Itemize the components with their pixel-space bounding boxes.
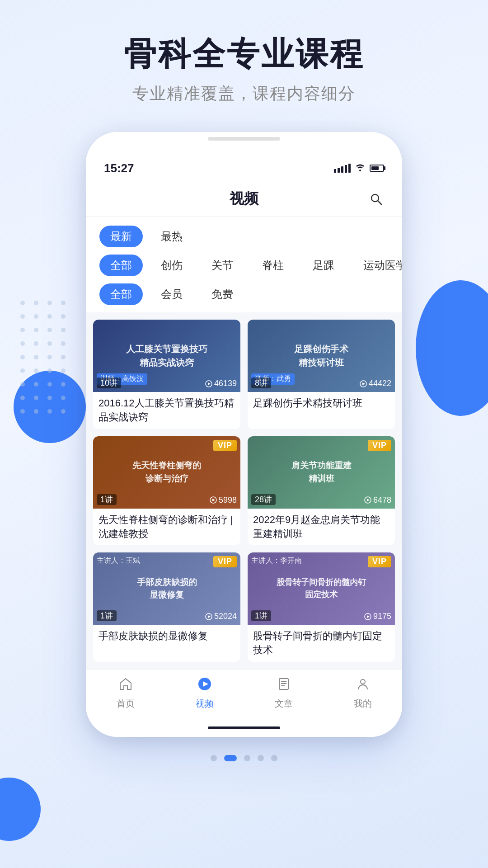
video-info-3: 先天性脊柱侧弯的诊断和治疗 | 沈建雄教授 <box>93 509 240 546</box>
video-info-1: 2016.12人工膝关节置换技巧精品实战诀窍 <box>93 392 240 429</box>
video-info-5: 手部皮肤缺损的显微修复 <box>93 625 240 648</box>
svg-marker-41 <box>362 382 365 385</box>
video-card-5[interactable]: 手部皮肤缺损的显微修复 VIP 1讲 52024 主讲人：王斌 手部皮肤缺损的显… <box>93 552 240 662</box>
filter-chip-trauma[interactable]: 创伤 <box>150 255 193 276</box>
video-thumb-6: 股骨转子间骨折的髓内钉固定技术 VIP 1讲 9175 主讲人：李开南 <box>248 552 395 625</box>
phone-frame: 15:27 视频 <box>86 132 402 737</box>
page-subtitle: 专业精准覆盖，课程内容细分 <box>0 83 488 105</box>
svg-marker-39 <box>208 382 211 385</box>
video-title-2: 足踝创伤手术精技研讨班 <box>253 396 389 410</box>
battery-icon <box>370 165 384 172</box>
pagination-dot-3[interactable] <box>258 755 264 761</box>
nav-label-article: 文章 <box>275 698 293 710</box>
nav-label-video: 视频 <box>196 698 214 710</box>
view-count-1: 46139 <box>205 379 237 388</box>
filter-chip-spine[interactable]: 脊柱 <box>251 255 295 276</box>
video-thumb-4: 肩关节功能重建精训班 VIP 28讲 6478 <box>248 436 395 509</box>
view-count-4: 6478 <box>364 495 391 505</box>
filter-section: 最新 最热 全部 创伤 关节 脊柱 足踝 运动医学 全部 会员 免费 <box>86 217 402 312</box>
video-card-1[interactable]: 人工膝关节置换技巧精品实战诀窍 训师：高铁汉 10讲 46139 2016.12… <box>93 320 240 429</box>
vip-badge-6: VIP <box>368 556 391 567</box>
video-thumb-2: 足踝创伤手术精技研讨班 训师：武勇 8讲 44422 <box>248 320 395 392</box>
pagination-dot-2[interactable] <box>244 755 250 761</box>
lecture-count-3: 1讲 <box>97 494 117 505</box>
svg-marker-47 <box>208 615 211 618</box>
app-header-title: 视频 <box>230 189 258 209</box>
phone-bottom-indicator <box>86 719 402 737</box>
video-icon <box>197 677 212 695</box>
view-count-5: 52024 <box>205 612 237 621</box>
video-info-4: 2022年9月赵金忠肩关节功能重建精训班 <box>248 509 395 546</box>
video-title-3: 先天性脊柱侧弯的诊断和治疗 | 沈建雄教授 <box>99 513 235 541</box>
pagination-dot-0[interactable] <box>211 755 217 761</box>
lecture-count-6: 1讲 <box>251 610 271 621</box>
video-card-2[interactable]: 足踝创伤手术精技研讨班 训师：武勇 8讲 44422 足踝创伤手术精技研讨班 <box>248 320 395 429</box>
home-indicator-bar <box>208 726 280 729</box>
status-icons <box>334 162 384 174</box>
view-count-2: 44422 <box>360 379 391 388</box>
filter-row-type: 全部 会员 免费 <box>99 283 389 305</box>
nav-item-video[interactable]: 视频 <box>196 677 214 710</box>
pagination-dots <box>0 755 488 797</box>
phone-notch <box>208 137 280 141</box>
filter-chip-member[interactable]: 会员 <box>150 283 193 305</box>
status-time: 15:27 <box>104 161 134 175</box>
svg-marker-49 <box>367 615 370 618</box>
filter-chip-latest[interactable]: 最新 <box>99 226 143 247</box>
nav-item-article[interactable]: 文章 <box>275 677 293 710</box>
filter-row-sort: 最新 最热 <box>99 226 389 247</box>
status-bar: 15:27 <box>86 155 402 182</box>
wifi-icon <box>355 162 365 174</box>
svg-marker-43 <box>212 499 215 501</box>
video-title-4: 2022年9月赵金忠肩关节功能重建精训班 <box>253 513 389 541</box>
video-title-1: 2016.12人工膝关节置换技巧精品实战诀窍 <box>99 396 235 425</box>
filter-chip-ankle[interactable]: 足踝 <box>302 255 345 276</box>
search-button[interactable] <box>368 191 384 207</box>
nav-item-profile[interactable]: 我的 <box>354 677 372 710</box>
nav-label-home: 首页 <box>117 698 135 710</box>
page-title: 骨科全专业课程 <box>0 36 488 72</box>
pagination-dot-4[interactable] <box>271 755 277 761</box>
filter-chip-free[interactable]: 免费 <box>201 283 244 305</box>
home-icon <box>118 677 133 695</box>
lecture-count-5: 1讲 <box>97 610 117 621</box>
app-header: 视频 <box>86 182 402 217</box>
nav-item-home[interactable]: 首页 <box>117 677 135 710</box>
vip-badge-3: VIP <box>213 440 237 451</box>
instructor-label-6: 主讲人：李开南 <box>251 556 302 566</box>
video-thumb-5: 手部皮肤缺损的显微修复 VIP 1讲 52024 主讲人：王斌 <box>93 552 240 625</box>
video-title-6: 股骨转子间骨折的髓内钉固定技术 <box>253 629 389 657</box>
video-thumb-1: 人工膝关节置换技巧精品实战诀窍 训师：高铁汉 10讲 46139 <box>93 320 240 392</box>
bottom-nav: 首页 视频 <box>86 669 402 719</box>
filter-row-category: 全部 创伤 关节 脊柱 足踝 运动医学 <box>99 255 389 276</box>
lecture-count-2: 8讲 <box>251 377 271 388</box>
article-icon <box>277 677 291 695</box>
video-card-6[interactable]: 股骨转子间骨折的髓内钉固定技术 VIP 1讲 9175 主讲人：李开南 股骨转子… <box>248 552 395 662</box>
profile-icon <box>356 677 370 695</box>
filter-chip-hottest[interactable]: 最热 <box>150 226 193 247</box>
filter-chip-all-type[interactable]: 全部 <box>99 283 143 305</box>
video-thumb-3: 先天性脊柱侧弯的诊断与治疗 VIP 1讲 5998 <box>93 436 240 509</box>
filter-chip-all-cat[interactable]: 全部 <box>99 255 143 276</box>
video-title-5: 手部皮肤缺损的显微修复 <box>99 629 235 643</box>
video-grid: 人工膝关节置换技巧精品实战诀窍 训师：高铁汉 10讲 46139 2016.12… <box>86 312 402 669</box>
lecture-count-4: 28讲 <box>251 494 276 505</box>
video-info-2: 足踝创伤手术精技研讨班 <box>248 392 395 415</box>
view-count-3: 5998 <box>210 495 237 505</box>
view-count-6: 9175 <box>364 612 391 621</box>
filter-chip-sports[interactable]: 运动医学 <box>352 255 402 276</box>
pagination-dot-1[interactable] <box>224 755 237 761</box>
instructor-label-5: 主讲人：王斌 <box>97 556 140 566</box>
svg-line-37 <box>378 201 381 204</box>
video-card-4[interactable]: 肩关节功能重建精训班 VIP 28讲 6478 2022年9月赵金忠肩关节功能重… <box>248 436 395 546</box>
filter-chip-joint[interactable]: 关节 <box>201 255 244 276</box>
video-info-6: 股骨转子间骨折的髓内钉固定技术 <box>248 625 395 662</box>
video-card-3[interactable]: 先天性脊柱侧弯的诊断与治疗 VIP 1讲 5998 先天性脊柱侧弯的诊断和治疗 … <box>93 436 240 546</box>
phone-notch-area <box>86 132 402 155</box>
phone-frame-container: 15:27 视频 <box>0 132 488 737</box>
page-header: 骨科全专业课程 专业精准覆盖，课程内容细分 <box>0 0 488 105</box>
svg-marker-45 <box>367 499 370 501</box>
vip-badge-4: VIP <box>368 440 391 451</box>
svg-point-56 <box>361 679 365 684</box>
nav-label-profile: 我的 <box>354 698 372 710</box>
